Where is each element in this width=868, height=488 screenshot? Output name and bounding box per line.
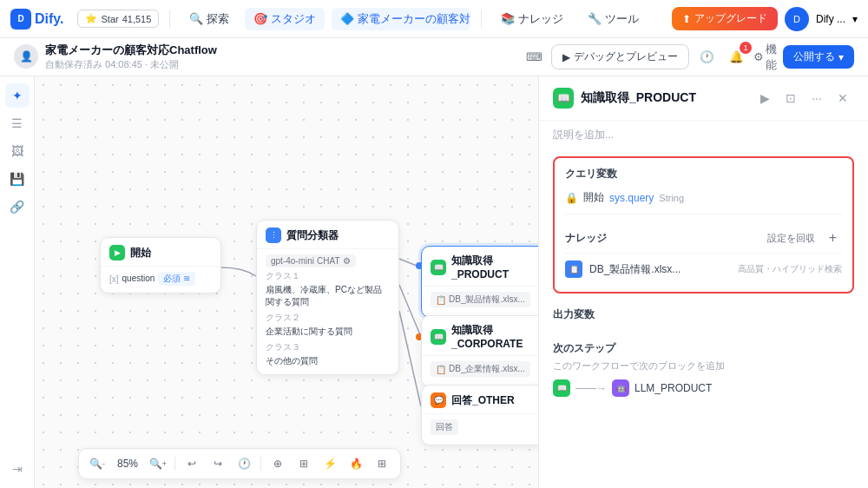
quick-action-button[interactable]: ⚡ [319, 452, 341, 475]
star-icon: ⭐ [85, 13, 97, 24]
nextstep-target-label: LLM_PRODUCT [635, 382, 712, 394]
nextstep-target-icon: 🤖 [612, 379, 629, 397]
logo-text: Dify. [35, 11, 63, 27]
node-other-db: 回答 [431, 419, 458, 435]
flow-subtitle: 自動保存済み 04:08:45 · 未公開 [45, 58, 217, 71]
search-icon: 🔍 [189, 12, 203, 25]
node-classifier-model: gpt-4o-mini CHAT ⚙ [266, 254, 356, 267]
debug-preview-button[interactable]: ▶ デバッグとプレビュー [551, 44, 689, 69]
node-other-title: 回答_OTHER [451, 393, 515, 408]
nav-divider-2 [481, 10, 482, 28]
flow-info: 家電メーカーの顧客対応Chatflow 自動保存済み 04:08:45 · 未公… [45, 43, 217, 71]
zoom-out-button[interactable]: 🔍- [86, 452, 108, 475]
star-button[interactable]: ⭐ Star 41,515 [77, 10, 159, 28]
panel-query-knowledge-section: クエリ変数 🔒 開始 sys.query String ナレッジ 設定を回収 + [553, 156, 854, 293]
fire-button[interactable]: 🔥 [345, 452, 367, 475]
output-section: 出力変数 [539, 300, 868, 334]
panel-description[interactable]: 説明を追加... [539, 121, 868, 149]
keyboard-shortcut-button[interactable]: ⌨ [522, 45, 546, 69]
connector-classifier-other [399, 311, 421, 406]
node-start-body: [x] question 必須 ≋ [101, 267, 220, 293]
panel-title-icon: 📖 [553, 88, 574, 109]
node-corporate-header: 📖 知識取得_CORPORATE [422, 316, 538, 356]
nav-search[interactable]: 🔍 探索 [181, 8, 238, 30]
knowledge-settings-action[interactable]: 設定を回収 [762, 228, 820, 247]
upgrade-label: アップグレード [694, 11, 767, 26]
toolbar-divider-2 [260, 457, 261, 471]
logo[interactable]: D Dify. [10, 9, 63, 30]
query-section-title: クエリ変数 [555, 158, 852, 187]
node-start-required: 必須 ≋ [158, 272, 195, 286]
zoom-in-button[interactable]: 🔍+ [147, 452, 169, 475]
history-button[interactable]: 🕐 [233, 452, 255, 475]
knowledge-header: ナレッジ 設定を回収 + [565, 221, 842, 254]
publish-label: 公開する [793, 49, 835, 64]
sidebar-item-flow[interactable]: ✦ [5, 83, 30, 108]
panel-more-button[interactable]: ··· [806, 87, 828, 109]
node-start-header: ▶ 開始 [101, 238, 220, 267]
nav-studio-label: スタジオ [271, 11, 316, 27]
feature-icon: ⚙ [753, 50, 764, 63]
nav-studio[interactable]: 🎯 スタジオ [245, 8, 325, 30]
sidebar-item-save[interactable]: 💾 [5, 167, 30, 191]
grid-button[interactable]: ⊞ [371, 452, 393, 475]
node-classifier-title: 質問分類器 [286, 228, 339, 243]
selection-button[interactable]: ⊞ [293, 452, 315, 475]
user-name[interactable]: Dify ... [816, 13, 845, 25]
sidebar-item-link[interactable]: 🔗 [5, 195, 30, 219]
clock-button[interactable]: 🕐 [694, 45, 719, 69]
feature-button[interactable]: ⚙ 機能 [753, 45, 778, 69]
sidebar-item-image[interactable]: 🖼 [5, 139, 30, 163]
canvas[interactable]: ▶ 開始 [x] question 必須 ≋ ⋮ 質問分類器 gpt-4o-mi… [35, 76, 538, 488]
knowledge-add-action[interactable]: + [824, 228, 842, 247]
panel-play-button[interactable]: ▶ [753, 87, 776, 109]
nav-tools[interactable]: 🔧 ツール [579, 8, 648, 30]
node-corporate-icon: 📖 [431, 329, 446, 345]
undo-button[interactable]: ↩ [181, 452, 203, 475]
publish-button[interactable]: 公開する ▾ [783, 45, 854, 69]
knowledge-item-icon: 📋 [565, 260, 582, 278]
panel-desc-text: 説明を追加... [553, 129, 614, 141]
redo-button[interactable]: ↪ [207, 452, 229, 475]
secondbar-right: ⌨ ▶ デバッグとプレビュー 🕐 🔔 1 ⚙ 機能 公開する ▾ [522, 44, 854, 69]
nav-knowledge-label: ナレッジ [518, 11, 563, 27]
panel-close-button[interactable]: ✕ [832, 87, 854, 109]
node-other[interactable]: 💬 回答_OTHER 回答 [421, 385, 538, 445]
query-source: 開始 [583, 190, 604, 205]
user-avatar[interactable]: D [785, 7, 809, 31]
flow-title: 家電メーカーの顧客対応Chatflow [45, 43, 217, 58]
upgrade-button[interactable]: ⬆ アップグレード [672, 7, 778, 30]
knowledge-item-name: DB_製品情報.xlsx... [589, 262, 738, 277]
nextstep-title: 次のステップ [553, 341, 854, 356]
nav-search-label: 探索 [207, 11, 229, 27]
star-count: 41,515 [122, 14, 152, 24]
sidebar-item-expand[interactable]: ⇥ [5, 457, 30, 481]
nextstep-row: 📖 ——→ 🤖 LLM_PRODUCT [553, 379, 854, 397]
node-product[interactable]: 📖 知識取得_PRODUCT 📋 DB_製品情報.xlsx... [421, 246, 538, 318]
node-other-header: 💬 回答_OTHER [422, 386, 538, 414]
sidebar-item-list[interactable]: ☰ [5, 111, 30, 135]
panel-header-actions: ▶ ⊡ ··· ✕ [753, 87, 854, 109]
nav-current-flow[interactable]: 🔷 家電メーカーの顧客対応C... ▾ [332, 8, 470, 30]
flow-icon: 🔷 [340, 12, 354, 25]
nextstep-desc: このワークフローで次のブロックを追加 [553, 359, 854, 373]
knowledge-item: 📋 DB_製品情報.xlsx... 高品質・ハイブリッド検索 [565, 254, 842, 285]
add-node-button[interactable]: ⊕ [266, 452, 289, 475]
knowledge-item-badge: 高品質・ハイブリッド検索 [738, 263, 842, 275]
nav-knowledge[interactable]: 📚 ナレッジ [492, 8, 572, 30]
upgrade-icon: ⬆ [682, 13, 691, 25]
panel-header: 📖 知識取得_PRODUCT ▶ ⊡ ··· ✕ [539, 76, 868, 121]
topbar-right: ⬆ アップグレード D Dify ... ▾ [672, 7, 858, 31]
panel-expand-button[interactable]: ⊡ [779, 87, 802, 109]
connector-start-classifier [221, 267, 256, 276]
debug-label: デバッグとプレビュー [574, 49, 678, 64]
node-classifier[interactable]: ⋮ 質問分類器 gpt-4o-mini CHAT ⚙ クラス１ 扇風機、冷蔵庫、… [256, 220, 399, 375]
knowledge-actions: 設定を回収 + [762, 228, 842, 247]
node-start[interactable]: ▶ 開始 [x] question 必須 ≋ [100, 237, 221, 293]
node-classifier-class3-label: クラス３ [266, 341, 390, 353]
node-product-icon: 📖 [431, 260, 446, 275]
node-classifier-class2-text: 企業活動に関する質問 [266, 326, 390, 338]
node-classifier-header: ⋮ 質問分類器 [257, 221, 398, 249]
node-classifier-class3-text: その他の質問 [266, 355, 390, 367]
node-corporate[interactable]: 📖 知識取得_CORPORATE 📋 DB_企業情報.xlsx... [421, 315, 538, 387]
